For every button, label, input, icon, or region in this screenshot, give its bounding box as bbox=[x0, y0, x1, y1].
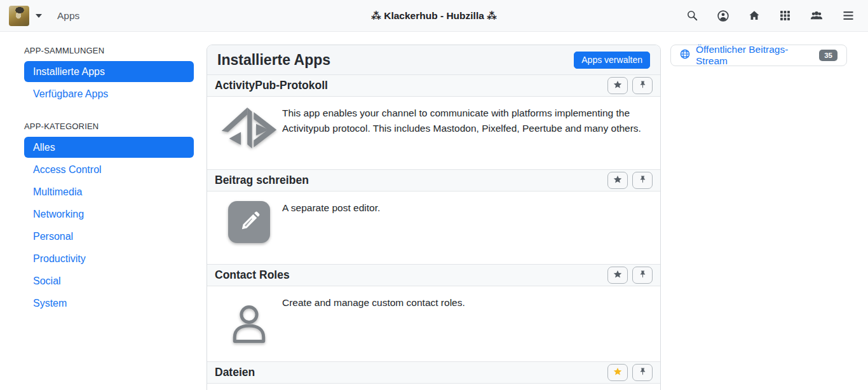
app-section-header: Dateien bbox=[207, 361, 660, 384]
pin-button[interactable] bbox=[632, 267, 653, 284]
app-section: Dateien bbox=[207, 361, 660, 390]
star-button[interactable] bbox=[607, 267, 628, 284]
activitypub-icon bbox=[220, 106, 278, 155]
sidebar-list-item: Personal bbox=[24, 226, 194, 247]
sidebar-list-item: Social bbox=[24, 270, 194, 291]
search-icon[interactable] bbox=[687, 10, 698, 21]
sidebar-item[interactable]: Personal bbox=[24, 226, 194, 247]
sidebar-list-item: Networking bbox=[24, 204, 194, 225]
pin-button[interactable] bbox=[632, 364, 653, 381]
sidebar-item[interactable]: Verfügbare Apps bbox=[24, 83, 194, 104]
app-collections-list: Installierte Apps Verfügbare Apps bbox=[24, 61, 194, 104]
sidebar-item-label: Social bbox=[33, 275, 61, 286]
page-title: Installierte Apps bbox=[217, 52, 330, 69]
sidebar-item[interactable]: Alles bbox=[24, 137, 194, 158]
pin-icon bbox=[639, 175, 647, 186]
sidebar-item[interactable]: Productivity bbox=[24, 248, 194, 269]
sidebar-item-label: System bbox=[33, 298, 67, 309]
app-actions bbox=[607, 267, 653, 284]
sidebar-list-item: Multimedia bbox=[24, 181, 194, 202]
sidebar-item[interactable]: Multimedia bbox=[24, 181, 194, 202]
star-button[interactable] bbox=[607, 364, 628, 381]
star-button[interactable] bbox=[607, 77, 628, 94]
star-icon bbox=[613, 175, 622, 186]
unseen-count-badge: 35 bbox=[819, 50, 837, 62]
sidebar-item-label: Alles bbox=[33, 142, 55, 153]
sidebar-item-label: Access Control bbox=[33, 164, 102, 175]
app-icon bbox=[216, 200, 282, 256]
star-icon bbox=[613, 367, 622, 378]
people-icon[interactable] bbox=[810, 10, 823, 21]
sidebar-item[interactable]: Access Control bbox=[24, 159, 194, 180]
app-title: Beitrag schreiben bbox=[215, 174, 309, 187]
app-body: Create and manage custom contact roles. bbox=[207, 286, 660, 361]
public-stream-label: Öffentlicher Beitrags-Stream bbox=[696, 44, 819, 67]
globe-icon bbox=[680, 49, 690, 62]
sidebar-item-label: Personal bbox=[33, 231, 73, 242]
left-sidebar: APP-SAMMLUNGEN Installierte Apps Verfügb… bbox=[0, 32, 207, 331]
app-categories-group: APP-KATEGORIEN Alles Access Control Mult… bbox=[24, 122, 194, 314]
app-actions bbox=[607, 364, 653, 381]
app-section-header: Contact Roles bbox=[207, 264, 660, 286]
manage-apps-button[interactable]: Apps verwalten bbox=[574, 52, 650, 69]
sidebar-list-item: Productivity bbox=[24, 248, 194, 269]
sidebar-list-item: Verfügbare Apps bbox=[24, 83, 194, 104]
pin-button[interactable] bbox=[632, 77, 653, 94]
sidebar-item[interactable]: Installierte Apps bbox=[24, 61, 194, 82]
app-body bbox=[207, 384, 660, 390]
app-title: Contact Roles bbox=[215, 268, 290, 282]
app-body: A separate post editor. bbox=[207, 192, 660, 264]
account-icon[interactable] bbox=[717, 10, 729, 22]
menu-icon[interactable] bbox=[843, 11, 854, 20]
star-icon bbox=[613, 270, 622, 281]
pin-button[interactable] bbox=[632, 172, 653, 189]
sidebar-list-item: System bbox=[24, 293, 194, 314]
top-navbar: Apps ⁂ Klackerhub - Hubzilla ⁂ bbox=[0, 0, 868, 32]
app-section: Contact Roles bbox=[207, 264, 660, 361]
sidebar-list-item: Installierte Apps bbox=[24, 61, 194, 82]
sidebar-item-label: Installierte Apps bbox=[33, 66, 105, 77]
pin-icon bbox=[639, 270, 647, 281]
app-title: Dateien bbox=[215, 366, 255, 379]
page-layout: APP-SAMMLUNGEN Installierte Apps Verfügb… bbox=[0, 32, 868, 390]
app-actions bbox=[607, 77, 653, 94]
navbar-icon-group bbox=[687, 10, 859, 22]
chevron-down-icon[interactable] bbox=[36, 14, 42, 18]
sidebar-list-item: Alles bbox=[24, 137, 194, 158]
sidebar-item-label: Multimedia bbox=[33, 186, 82, 197]
post-editor-icon bbox=[228, 201, 270, 243]
sidebar-item-label: Networking bbox=[33, 209, 84, 219]
app-section: ActivityPub-Protokoll bbox=[207, 74, 660, 169]
user-avatar[interactable] bbox=[9, 6, 29, 26]
panel-header: Installierte Apps Apps verwalten bbox=[207, 45, 660, 74]
app-title: ActivityPub-Protokoll bbox=[215, 79, 328, 92]
app-body: This app enables your channel to communi… bbox=[207, 97, 660, 169]
apps-list: ActivityPub-Protokoll bbox=[207, 74, 660, 390]
sidebar-item[interactable]: System bbox=[24, 293, 194, 314]
sidebar-item[interactable]: Networking bbox=[24, 204, 194, 225]
site-title: ⁂ Klackerhub - Hubzilla ⁂ bbox=[371, 10, 497, 22]
nav-apps-link[interactable]: Apps bbox=[57, 10, 79, 22]
app-section-header: Beitrag schreiben bbox=[207, 169, 660, 192]
app-section-header: ActivityPub-Protokoll bbox=[207, 74, 660, 97]
app-categories-list: Alles Access Control Multimedia Networki… bbox=[24, 137, 194, 314]
right-sidebar: Öffentlicher Beitrags-Stream 35 bbox=[661, 32, 868, 66]
app-description: This app enables your channel to communi… bbox=[282, 105, 651, 161]
apps-grid-icon[interactable] bbox=[780, 10, 790, 21]
app-icon bbox=[216, 295, 282, 353]
sidebar-item-label: Verfügbare Apps bbox=[33, 88, 108, 99]
public-stream-card: Öffentlicher Beitrags-Stream 35 bbox=[670, 45, 847, 66]
app-description: A separate post editor. bbox=[282, 200, 380, 256]
home-icon[interactable] bbox=[749, 10, 760, 21]
collections-heading: APP-SAMMLUNGEN bbox=[24, 46, 194, 55]
app-icon bbox=[216, 105, 282, 161]
sidebar-item-label: Productivity bbox=[33, 253, 86, 264]
star-button[interactable] bbox=[607, 172, 628, 189]
contact-roles-icon bbox=[229, 296, 269, 353]
app-collections-group: APP-SAMMLUNGEN Installierte Apps Verfügb… bbox=[24, 46, 194, 104]
star-icon bbox=[613, 80, 622, 91]
sidebar-item[interactable]: Social bbox=[24, 270, 194, 291]
public-stream-link[interactable]: Öffentlicher Beitrags-Stream bbox=[680, 44, 819, 67]
pin-icon bbox=[639, 80, 647, 91]
installed-apps-panel: Installierte Apps Apps verwalten Activit… bbox=[207, 45, 661, 390]
